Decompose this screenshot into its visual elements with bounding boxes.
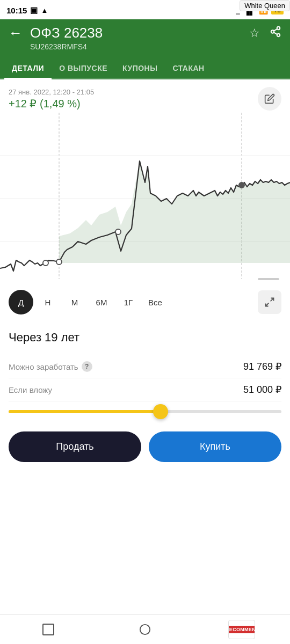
bottom-navigation: iRECOMMEND [0,614,290,644]
nav-back-button[interactable] [132,620,158,639]
chart-section: 27 янв. 2022, 12:20 - 21:05 +12 ₽ (1,49 … [0,79,290,284]
svg-line-3 [274,32,277,34]
time-btn-all[interactable]: Все [143,290,168,314]
slider-fill [9,410,158,413]
page-title: ОФЗ 26238 [30,25,103,41]
nav-recommend-icon: iRECOMMEND [228,620,255,639]
can-earn-value: 91 769 ₽ [243,361,281,372]
chart-expand-button[interactable] [258,290,281,314]
time-btn-d[interactable]: Д [9,290,33,314]
svg-point-13 [239,182,244,188]
alert-icon: ▲ [41,6,48,14]
chart-change: +12 ₽ (1,49 %) [9,97,94,110]
time-btn-n[interactable]: Н [35,290,60,314]
can-earn-row: Можно заработать ? 91 769 ₽ [9,355,281,378]
nav-recommend-button[interactable]: iRECOMMEND [228,620,255,639]
slider-thumb[interactable] [153,404,168,419]
time-btn-6m[interactable]: 6М [89,290,114,314]
tab-glass[interactable]: СТАКАН [165,58,212,78]
chart-date: 27 янв. 2022, 12:20 - 21:05 [9,88,94,96]
back-button[interactable]: ← [9,25,23,41]
price-chart [0,113,290,284]
if-invest-label: Если вложу [9,385,52,394]
status-time: 10:15 ▣ ▲ [6,5,48,15]
time-range-selector: Д Н М 6М 1Г Все [0,284,290,320]
tab-details[interactable]: ДЕТАЛИ [4,58,52,79]
can-earn-help-icon[interactable]: ? [82,361,92,372]
svg-point-12 [115,229,121,235]
header-subtitle: SU26238RMFS4 [30,42,281,51]
header: ← ОФЗ 26238 ☆ SU26238RMFS4 [0,19,290,58]
white-queen-badge: White Queen [240,0,290,11]
svg-point-10 [56,259,62,265]
sell-button[interactable]: Продать [9,431,141,462]
tab-coupons[interactable]: КУПОНЫ [115,58,165,78]
svg-point-11 [43,260,48,266]
tabs-bar: ДЕТАЛИ О ВЫПУСКЕ КУПОНЫ СТАКАН [0,58,290,79]
nav-home-button[interactable] [35,620,62,639]
time-btn-m[interactable]: М [62,290,87,314]
nav-home-icon [42,624,54,635]
chart-edit-button[interactable] [258,87,281,111]
action-buttons: Продать Купить [0,423,290,469]
can-earn-label: Можно заработать [9,362,78,371]
sim-icon: ▣ [30,5,38,15]
time-btn-1y[interactable]: 1Г [116,290,141,314]
buy-button[interactable]: Купить [149,431,281,462]
forecast-section: Через 19 лет Можно заработать ? 91 769 ₽… [0,320,290,423]
svg-rect-14 [258,278,279,280]
if-invest-row: Если вложу 51 000 ₽ [9,378,281,401]
svg-point-17 [140,624,150,634]
if-invest-value: 51 000 ₽ [243,384,281,396]
share-icon[interactable] [270,26,281,41]
svg-line-4 [274,28,277,31]
star-icon[interactable]: ☆ [249,26,260,40]
slider-track [9,410,281,413]
tab-issue[interactable]: О ВЫПУСКЕ [52,58,115,78]
invest-amount-slider[interactable] [9,401,281,418]
forecast-title: Через 19 лет [9,331,281,345]
time-display: 10:15 [6,6,27,15]
